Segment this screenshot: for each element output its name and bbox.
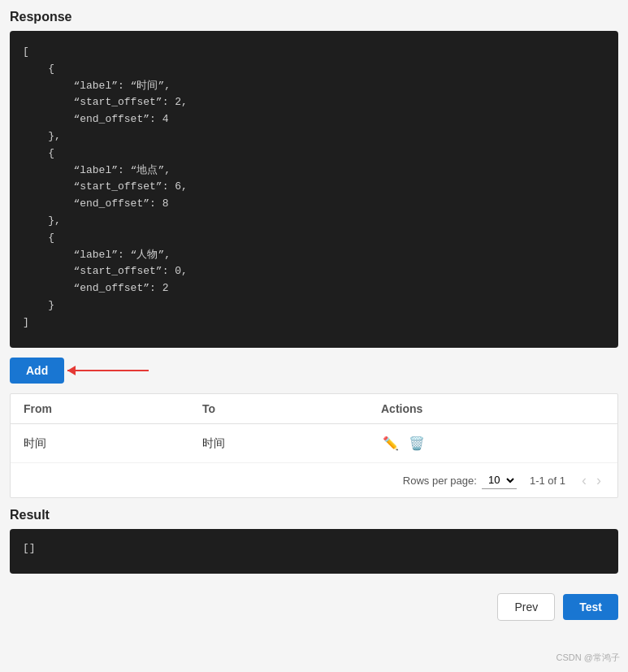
cell-to: 时间 [202, 436, 381, 451]
arrow-indicator [67, 370, 149, 371]
col-to: To [202, 402, 381, 415]
prev-page-button[interactable]: ‹ [578, 473, 590, 488]
prev-button[interactable]: Prev [497, 593, 555, 621]
table-row: 时间 时间 ✏️ 🗑️ [11, 424, 617, 463]
action-icons: ✏️ 🗑️ [381, 434, 604, 453]
col-from: From [24, 402, 202, 415]
result-section: Result [] [10, 508, 618, 574]
cell-from: 时间 [24, 436, 202, 451]
rows-per-page-select[interactable]: 5 10 25 50 [482, 471, 517, 489]
rows-per-page-group: Rows per page: 5 10 25 50 [403, 471, 517, 489]
arrow-line [67, 370, 149, 371]
response-section: Response [ { “label”: “时间”, “start_offse… [10, 10, 618, 348]
test-button[interactable]: Test [563, 594, 618, 620]
table-footer: Rows per page: 5 10 25 50 1-1 of 1 ‹ › [11, 463, 617, 497]
watermark: CSDN @常鸿子 [557, 652, 620, 664]
table-header: From To Actions [11, 394, 617, 424]
col-actions: Actions [381, 402, 604, 415]
mapping-table: From To Actions 时间 时间 ✏️ 🗑️ Rows per pag… [10, 393, 618, 498]
response-code-block: [ { “label”: “时间”, “start_offset”: 2, “e… [10, 31, 618, 348]
pagination-buttons: ‹ › [578, 473, 604, 488]
delete-button[interactable]: 🗑️ [407, 434, 427, 453]
pagination-info: 1-1 of 1 [530, 475, 565, 487]
response-title: Response [10, 10, 618, 24]
add-area: Add [10, 358, 618, 384]
next-page-button[interactable]: › [593, 473, 604, 488]
result-title: Result [10, 508, 618, 522]
bottom-bar: Prev Test [10, 587, 618, 621]
add-button[interactable]: Add [10, 358, 64, 384]
result-code-block: [] [10, 529, 618, 574]
edit-button[interactable]: ✏️ [381, 434, 401, 453]
rows-per-page-label: Rows per page: [403, 475, 477, 487]
